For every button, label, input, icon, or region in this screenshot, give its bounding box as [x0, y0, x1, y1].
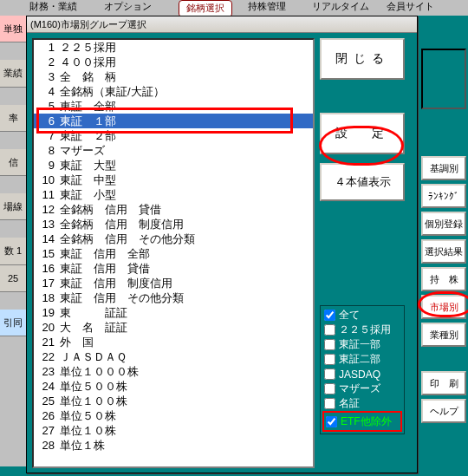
list-item-number: 28: [34, 440, 60, 451]
sidebar-button[interactable]: 持 株: [421, 267, 466, 291]
list-item-label: 単位１０株: [60, 425, 116, 436]
list-item-number: 8: [34, 145, 60, 156]
sidebar-footer-button[interactable]: 印 刷: [421, 371, 466, 395]
list-item[interactable]: 12全銘柄 信用 貸借: [34, 202, 313, 217]
menu-item[interactable]: 持株管理: [248, 0, 286, 13]
list-item-label: 東証 中型: [60, 174, 116, 186]
list-item[interactable]: 20大 名 証証: [34, 320, 313, 335]
sidebar-button[interactable]: 業種別: [421, 323, 466, 347]
list-item[interactable]: 16東証 信用 貸借: [34, 261, 313, 276]
filter-checkbox[interactable]: [324, 324, 335, 336]
list-item[interactable]: 26単位５０株: [34, 408, 313, 423]
list-item[interactable]: 24単位５００株: [34, 379, 313, 394]
sidebar-chart-area: [421, 49, 466, 109]
list-item[interactable]: 4全銘柄（東証/大証）: [34, 84, 313, 99]
list-item-label: 東証 信用 制度信用: [60, 277, 172, 289]
list-item[interactable]: 14全銘柄 信用 その他分類: [34, 231, 313, 246]
filter-checkbox[interactable]: [324, 368, 335, 380]
list-item[interactable]: 23単位１０００株: [34, 364, 313, 379]
list-item-number: 26: [34, 410, 60, 421]
list-item[interactable]: 22ＪＡＳＤＡＱ: [34, 349, 313, 364]
filter-label: マザーズ: [339, 381, 380, 396]
list-item[interactable]: 5東証 全部: [34, 99, 313, 114]
list-item[interactable]: 1２２５採用: [34, 40, 313, 55]
list-item[interactable]: 19東 証証: [34, 305, 313, 320]
list-item-number: 15: [34, 248, 60, 259]
filter-row[interactable]: 東証二部: [322, 352, 402, 367]
list-item[interactable]: 27単位１０株: [34, 423, 313, 438]
sidebar-button[interactable]: 基調別: [421, 156, 466, 180]
list-item-label: ４００採用: [60, 56, 116, 68]
list-item-number: 7: [34, 130, 60, 141]
filter-checkbox[interactable]: [324, 383, 335, 394]
sidebar-button[interactable]: 市場別: [421, 295, 466, 319]
list-item[interactable]: 9東証 大型: [34, 158, 313, 173]
list-item-number: 10: [34, 174, 60, 186]
list-item-label: 単位５００株: [60, 381, 127, 392]
background-left-strip: 単独 業績 率 信 場線 数 1 25 引同: [0, 16, 26, 466]
list-item-label: 単位５０株: [60, 410, 116, 421]
list-item-number: 24: [34, 381, 60, 392]
list-item-number: 11: [34, 189, 60, 200]
list-item-label: 東証 信用 全部: [60, 248, 150, 259]
sidebar-button[interactable]: 個別登録: [421, 212, 466, 236]
filter-checkbox[interactable]: [324, 354, 335, 365]
list-item[interactable]: 10東証 中型: [34, 173, 313, 187]
menu-item[interactable]: 会員サイト: [387, 0, 434, 13]
list-item[interactable]: 25単位１００株: [34, 394, 313, 408]
list-item[interactable]: 28単位１株: [34, 438, 313, 453]
filter-row[interactable]: 全て: [322, 308, 402, 323]
list-item[interactable]: 7東証 ２部: [34, 128, 313, 143]
list-item-number: 4: [34, 86, 60, 97]
list-item-label: 東証 全部: [60, 101, 116, 112]
ohlc-button[interactable]: ４本値表示: [320, 163, 405, 201]
menu-item[interactable]: オプション: [104, 0, 152, 13]
list-item[interactable]: 21外 国: [34, 335, 313, 349]
filter-checkbox[interactable]: [326, 416, 337, 427]
market-group-select-window: (M160)市場別グループ選択 1２２５採用2４００採用3全 銘 柄4全銘柄（東…: [26, 16, 418, 473]
tab-securities[interactable]: 銘柄選択: [179, 0, 232, 17]
list-item[interactable]: 15東証 信用 全部: [34, 246, 313, 261]
list-item-label: 外 国: [60, 336, 94, 348]
list-item[interactable]: 8マザーズ: [34, 143, 313, 158]
list-item-number: 21: [34, 336, 60, 348]
list-item[interactable]: 11東証 小型: [34, 187, 313, 202]
list-item-number: 5: [34, 101, 60, 112]
filter-row[interactable]: JASDAQ: [322, 367, 402, 381]
filter-row[interactable]: マザーズ: [322, 381, 402, 396]
list-item-number: 23: [34, 366, 60, 377]
list-item-label: マザーズ: [60, 145, 105, 156]
list-item[interactable]: 6東証 １部: [34, 114, 313, 128]
filter-checkbox[interactable]: [324, 398, 335, 409]
list-item[interactable]: 3全 銘 柄: [34, 69, 313, 84]
list-item-number: 16: [34, 263, 60, 274]
list-item-label: 単位１００株: [60, 395, 127, 407]
sidebar-button[interactable]: 選択結果: [421, 239, 466, 264]
sidebar-button[interactable]: ﾗﾝｷﾝｸﾞ: [421, 184, 466, 208]
window-titlebar: (M160)市場別グループ選択: [27, 16, 417, 33]
menu-item[interactable]: 財務・業績: [29, 0, 77, 13]
filter-checkbox[interactable]: [324, 310, 335, 321]
list-item-number: 18: [34, 292, 60, 303]
list-item[interactable]: 13全銘柄 信用 制度信用: [34, 217, 313, 231]
filter-row[interactable]: 名証: [322, 396, 402, 411]
list-item-number: 6: [34, 115, 60, 127]
filter-row[interactable]: 東証一部: [322, 337, 402, 352]
sidebar-footer-button[interactable]: ヘルプ: [421, 399, 466, 423]
list-item-label: 東証 小型: [60, 189, 116, 200]
menu-item[interactable]: リアルタイム: [312, 0, 369, 13]
close-button[interactable]: 閉じる: [320, 38, 405, 80]
list-item-number: 17: [34, 277, 60, 289]
list-item-label: ２２５採用: [60, 42, 116, 53]
list-item[interactable]: 18東証 信用 その他分類: [34, 290, 313, 305]
filter-label: JASDAQ: [339, 368, 380, 381]
set-button[interactable]: 設 定: [320, 113, 405, 154]
list-item-number: 13: [34, 218, 60, 230]
filter-row[interactable]: ETF他除外: [322, 411, 402, 432]
list-item[interactable]: 17東証 信用 制度信用: [34, 276, 313, 290]
filter-checkbox[interactable]: [324, 339, 335, 350]
market-group-listbox[interactable]: 1２２５採用2４００採用3全 銘 柄4全銘柄（東証/大証）5東証 全部6東証 １…: [32, 38, 315, 468]
filter-row[interactable]: ２２５採用: [322, 323, 402, 337]
window-title: (M160)市場別グループ選択: [30, 19, 146, 29]
list-item[interactable]: 2４００採用: [34, 55, 313, 69]
